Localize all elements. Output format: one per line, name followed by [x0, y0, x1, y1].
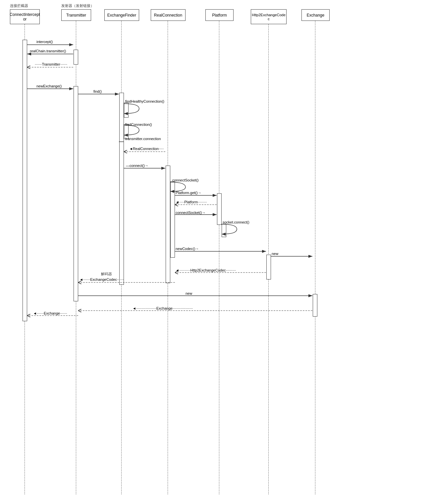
label-new-codec: newCodec()→	[176, 247, 199, 251]
label-http2-return: ◄···········Http2ExchangeCodec··········	[176, 268, 236, 272]
activation-real-connection	[166, 166, 170, 283]
activation-exchange-finder-loop1	[124, 103, 129, 118]
label-realchain-transmitter: realChain.transmitter()	[30, 49, 66, 53]
label-exchange-codec-return: ◄·······ExchangeCodec·······	[80, 277, 124, 281]
label-new-exchange: newExchange()	[36, 84, 62, 88]
actor-http2-exchange-codec: Http2ExchangeCode c	[251, 9, 287, 24]
arrows-svg	[0, 0, 430, 504]
activation-http2-codec	[266, 255, 271, 279]
actor-connect-interceptor: ConnectIntercept or	[10, 9, 40, 24]
note-decoder: 解码器	[101, 272, 112, 277]
label-transmitter-connection: transmitter.connection	[125, 137, 161, 141]
label-connect: —connect()→	[126, 164, 148, 168]
label-new-exchange2: new	[186, 291, 192, 295]
label-find-healthy: findHealthyConnection()	[125, 99, 164, 103]
label-exchange-return2: ◄····················Exchange···········…	[133, 306, 193, 310]
label-find: find()	[93, 89, 102, 93]
note-transmitter: 发射器（发射链接）	[61, 3, 94, 8]
activation-exchange-finder	[119, 93, 124, 285]
lifeline-exchange	[315, 21, 315, 494]
activation-transmitter-1	[74, 50, 78, 65]
label-find-connection: findConnection()	[125, 123, 152, 126]
actor-exchange: Exchange	[301, 9, 330, 21]
activation-platform	[217, 193, 222, 225]
diagram-container: 连接拦截器 发射器（发射链接） 解码器 ConnectIntercept or …	[0, 0, 430, 504]
label-platform-return: ◄·····Platform·········	[176, 200, 207, 204]
label-socket-connect: socket.connect()	[223, 220, 249, 224]
actor-transmitter: Transmitter	[61, 9, 91, 21]
activation-platform-loop	[222, 224, 226, 237]
label-connect-socket: connectSocket()	[172, 178, 198, 182]
activation-connect-interceptor	[23, 40, 27, 321]
actor-real-connection: RealConnection	[151, 9, 186, 21]
label-exchange-return1: ◄·······Exchange·······	[33, 311, 67, 315]
label-platform-get: Platform.get()→	[176, 191, 201, 195]
actor-platform: Platform	[205, 9, 234, 21]
activation-real-connection-socket	[170, 181, 175, 258]
label-new-http2: new	[272, 252, 278, 256]
label-transmitter-return: ·······Transmitter·······	[35, 62, 67, 66]
activation-transmitter-2	[74, 86, 78, 301]
lifeline-platform	[219, 21, 219, 494]
label-intercept: intercept()	[36, 40, 53, 44]
actor-exchange-finder: ExchangeFinder	[104, 9, 139, 21]
note-connect-interceptor: 连接拦截器	[10, 3, 28, 8]
label-connect-socket2: connectSocket()→	[176, 211, 205, 215]
label-real-connection-return: ◄RealConnection·····	[129, 147, 164, 151]
activation-exchange-new	[313, 294, 317, 317]
